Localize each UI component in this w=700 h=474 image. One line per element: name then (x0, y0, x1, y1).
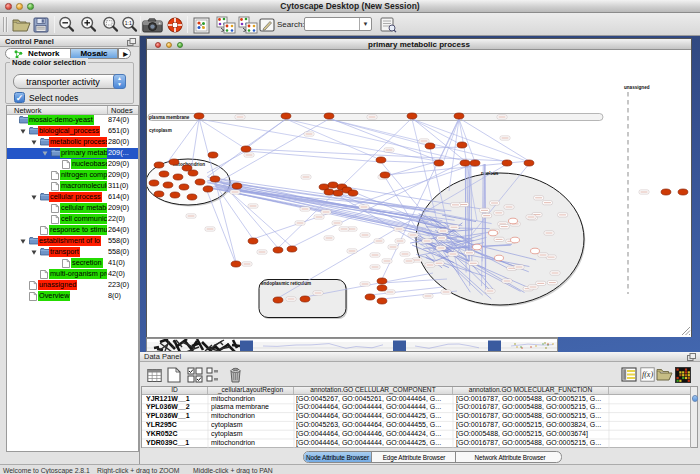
svg-text:f(x): f(x) (642, 370, 653, 379)
svg-text:1:1: 1:1 (125, 20, 132, 26)
svg-text:plasma membrane: plasma membrane (149, 115, 190, 120)
svg-text:unassigned: unassigned (624, 85, 650, 90)
svg-text:cytoplasm: cytoplasm (149, 128, 172, 133)
svg-text:nucleus: nucleus (481, 171, 499, 176)
